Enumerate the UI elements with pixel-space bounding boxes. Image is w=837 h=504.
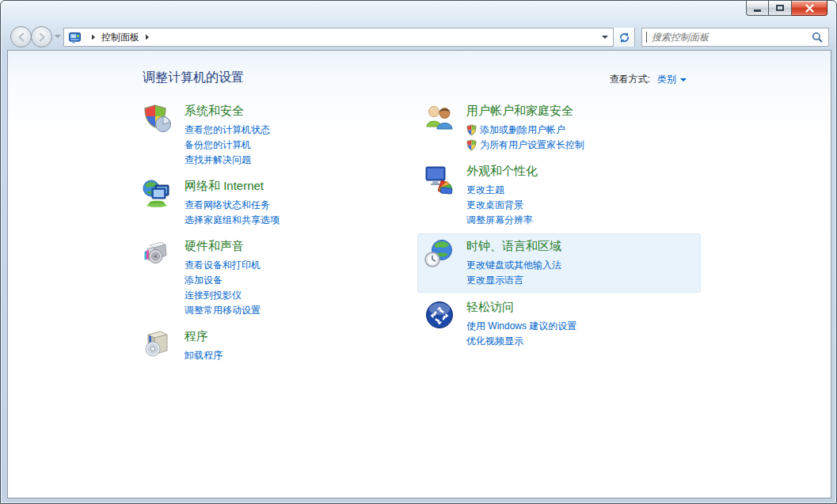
task-link[interactable]: 查看设备和打印机 (185, 258, 261, 273)
breadcrumb-control-panel[interactable]: 控制面板 (101, 31, 139, 44)
task-link[interactable]: 选择家庭组和共享选项 (185, 213, 280, 228)
category-title-appearance-personalization[interactable]: 外观和个性化 (466, 164, 538, 179)
task-link[interactable]: 更改主题 (466, 183, 538, 198)
task-link-label: 查看网络状态和任务 (185, 198, 270, 213)
category-programs: 程序卸载程序 (142, 328, 419, 363)
network-internet-icon[interactable] (142, 178, 173, 210)
refresh-icon (618, 32, 630, 44)
task-link-label: 更改显示语言 (466, 273, 523, 288)
task-link-label: 添加设备 (185, 273, 223, 288)
search-icon[interactable] (812, 32, 824, 44)
task-link-label: 更改键盘或其他输入法 (466, 258, 561, 273)
navigation-bar: 控制面板 (2, 25, 835, 49)
uac-shield-icon (466, 139, 477, 151)
column-left: 系统和安全查看您的计算机状态备份您的计算机查找并解决问题网络和 Internet… (142, 103, 419, 373)
task-link-label: 查看设备和打印机 (185, 258, 261, 273)
category-text: 程序卸载程序 (185, 328, 223, 363)
search-box (641, 28, 829, 47)
programs-icon[interactable] (142, 328, 173, 360)
close-button[interactable] (792, 1, 827, 16)
task-link[interactable]: 更改显示语言 (466, 273, 561, 288)
forward-button[interactable] (31, 26, 52, 47)
chevron-down-icon (602, 36, 608, 39)
category-title-user-accounts-family-safety[interactable]: 用户帐户和家庭安全 (466, 104, 573, 119)
category-text: 硬件和声音查看设备和打印机添加设备连接到投影仪调整常用移动设置 (185, 238, 261, 318)
address-dropdown-button[interactable] (597, 28, 613, 46)
control-panel-window: 控制面板 调整计算机的设置 (0, 0, 837, 504)
hardware-sound-icon[interactable] (142, 238, 173, 270)
category-text: 轻松访问使用 Windows 建议的设置优化视频显示 (466, 299, 576, 349)
task-link[interactable]: 添加设备 (185, 273, 261, 288)
category-clock-language-region: 时钟、语言和区域更改键盘或其他输入法更改显示语言 (417, 233, 701, 293)
task-link[interactable]: 查找并解决问题 (185, 153, 270, 168)
minimize-icon (754, 9, 761, 12)
task-link-label: 为所有用户设置家长控制 (480, 138, 584, 153)
task-link[interactable]: 查看您的计算机状态 (185, 123, 270, 138)
task-link-label: 更改桌面背景 (466, 198, 523, 213)
chevron-down-icon (680, 78, 687, 81)
task-link[interactable]: 查看网络状态和任务 (185, 198, 280, 213)
category-system-security: 系统和安全查看您的计算机状态备份您的计算机查找并解决问题 (142, 103, 419, 168)
category-title-system-security[interactable]: 系统和安全 (185, 104, 244, 119)
task-link-label: 连接到投影仪 (185, 288, 242, 303)
breadcrumb-chevron-icon[interactable] (145, 34, 150, 40)
system-security-icon[interactable] (142, 103, 173, 135)
task-link[interactable]: 优化视频显示 (466, 334, 576, 349)
appearance-icon[interactable] (424, 163, 455, 195)
recent-pages-dropdown[interactable] (55, 35, 61, 38)
clock-language-icon[interactable] (424, 238, 455, 270)
task-link-label: 选择家庭组和共享选项 (185, 213, 280, 228)
category-grid: 系统和安全查看您的计算机状态备份您的计算机查找并解决问题网络和 Internet… (142, 103, 709, 373)
category-title-network-internet[interactable]: 网络和 Internet (185, 179, 264, 194)
view-by-value: 类别 (657, 73, 676, 86)
back-arrow-icon (16, 32, 27, 43)
task-link[interactable]: 更改桌面背景 (466, 198, 538, 213)
window-controls (746, 1, 827, 16)
task-link-label: 备份您的计算机 (185, 138, 251, 153)
category-user-accounts-family-safety: 用户帐户和家庭安全添加或删除用户帐户为所有用户设置家长控制 (424, 103, 709, 153)
category-text: 用户帐户和家庭安全添加或删除用户帐户为所有用户设置家长控制 (466, 103, 584, 153)
task-link[interactable]: 为所有用户设置家长控制 (466, 138, 584, 153)
user-accounts-icon[interactable] (424, 103, 455, 135)
maximize-button[interactable] (769, 1, 792, 16)
task-link-label: 添加或删除用户帐户 (480, 123, 565, 138)
control-panel-icon (68, 32, 82, 44)
task-link-label: 查看您的计算机状态 (185, 123, 270, 138)
task-link-label: 使用 Windows 建议的设置 (466, 319, 576, 334)
page-title: 调整计算机的设置 (143, 70, 244, 86)
forward-arrow-icon (36, 32, 48, 43)
task-link-label: 调整屏幕分辨率 (466, 213, 533, 228)
category-text: 时钟、语言和区域更改键盘或其他输入法更改显示语言 (466, 238, 561, 288)
category-ease-of-access: 轻松访问使用 Windows 建议的设置优化视频显示 (424, 299, 709, 349)
task-link-label: 卸载程序 (185, 348, 223, 363)
category-text: 网络和 Internet查看网络状态和任务选择家庭组和共享选项 (185, 178, 280, 228)
task-link-label: 调整常用移动设置 (185, 303, 261, 318)
uac-shield-icon (466, 124, 477, 136)
task-link-label: 查找并解决问题 (185, 153, 251, 168)
minimize-button[interactable] (746, 1, 769, 16)
category-title-hardware-sound[interactable]: 硬件和声音 (185, 239, 244, 254)
task-link[interactable]: 连接到投影仪 (185, 288, 261, 303)
category-hardware-sound: 硬件和声音查看设备和打印机添加设备连接到投影仪调整常用移动设置 (142, 238, 419, 318)
category-network-internet: 网络和 Internet查看网络状态和任务选择家庭组和共享选项 (142, 178, 419, 228)
address-bar[interactable]: 控制面板 (63, 28, 635, 47)
task-link[interactable]: 调整常用移动设置 (185, 303, 261, 318)
category-title-ease-of-access[interactable]: 轻松访问 (466, 300, 514, 315)
search-input[interactable] (647, 32, 812, 43)
task-link[interactable]: 卸载程序 (185, 348, 223, 363)
task-link[interactable]: 调整屏幕分辨率 (466, 213, 538, 228)
task-link[interactable]: 备份您的计算机 (185, 138, 270, 153)
refresh-button[interactable] (613, 28, 634, 47)
task-link[interactable]: 使用 Windows 建议的设置 (466, 319, 576, 334)
back-button[interactable] (10, 26, 32, 47)
content-area: 调整计算机的设置 查看方式: 类别 系统和安全查看您的计算机状态备份您的计算机查… (7, 50, 831, 498)
category-title-clock-language-region[interactable]: 时钟、语言和区域 (466, 239, 561, 254)
task-link[interactable]: 添加或删除用户帐户 (466, 123, 584, 138)
task-link[interactable]: 更改键盘或其他输入法 (466, 258, 561, 273)
category-appearance-personalization: 外观和个性化更改主题更改桌面背景调整屏幕分辨率 (424, 163, 709, 228)
view-by-dropdown[interactable]: 类别 (657, 73, 687, 86)
breadcrumb-chevron-icon (91, 34, 96, 40)
ease-of-access-icon[interactable] (424, 299, 455, 331)
category-title-programs[interactable]: 程序 (185, 329, 208, 344)
category-text: 系统和安全查看您的计算机状态备份您的计算机查找并解决问题 (185, 103, 270, 168)
